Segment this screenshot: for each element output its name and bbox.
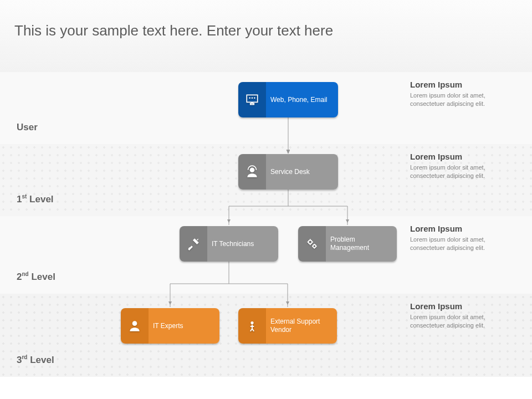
node-external-support-vendor-label: External Support Vendor <box>270 318 331 334</box>
svg-point-7 <box>250 321 253 324</box>
svg-point-1 <box>252 97 253 99</box>
node-service-desk: Service Desk <box>238 154 338 190</box>
gears-icon <box>298 226 326 262</box>
person-outline-icon <box>238 308 266 344</box>
node-problem-management: Problem Management <box>298 226 397 262</box>
headset-person-icon <box>238 154 266 190</box>
svg-point-6 <box>132 321 137 326</box>
svg-point-0 <box>249 97 250 99</box>
node-web-phone-email-label: Web, Phone, Email <box>270 96 328 104</box>
person-icon <box>121 308 149 344</box>
node-it-technicians-label: IT Technicians <box>212 240 254 248</box>
edge-n2-split <box>229 190 347 225</box>
tools-icon <box>180 226 207 262</box>
node-external-support-vendor: External Support Vendor <box>238 308 337 344</box>
edge-n3-heads <box>168 301 289 305</box>
node-service-desk-label: Service Desk <box>270 168 310 176</box>
node-it-technicians: IT Technicians <box>180 226 278 262</box>
node-it-experts-label: IT Experts <box>153 322 183 330</box>
svg-point-5 <box>313 245 316 248</box>
edge-n2-heads <box>227 219 349 223</box>
edge-n3-split <box>170 262 288 307</box>
svg-point-3 <box>250 167 255 172</box>
node-problem-management-label: Problem Management <box>330 236 391 252</box>
svg-point-4 <box>309 241 313 244</box>
svg-point-2 <box>254 97 255 99</box>
node-web-phone-email: Web, Phone, Email <box>238 82 338 117</box>
slide: This is your sample text here. Enter you… <box>0 0 532 399</box>
node-it-experts: IT Experts <box>121 308 219 344</box>
monitor-icon <box>238 82 266 117</box>
